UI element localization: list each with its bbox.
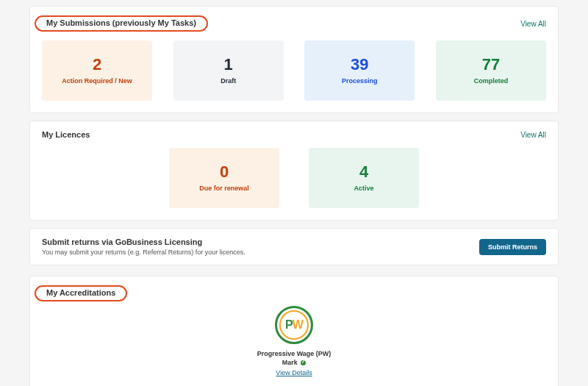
licences-header: My Licences View All — [42, 130, 546, 139]
submissions-tiles: 2 Action Required / New 1 Draft 39 Proce… — [42, 40, 546, 101]
tile-count: 1 — [224, 57, 233, 73]
accreditations-panel: My Accreditations PW Progressive Wage (P… — [29, 276, 559, 386]
pw-badge-text: PW — [285, 318, 303, 332]
submissions-header: My Submissions (previously My Tasks) Vie… — [42, 15, 546, 32]
view-details-link[interactable]: View Details — [276, 369, 312, 376]
tile-label: Draft — [220, 77, 236, 85]
tile-action-required[interactable]: 2 Action Required / New — [42, 40, 152, 101]
tile-count: 2 — [93, 57, 101, 73]
accreditation-name: Progressive Wage (PW) Mark — [257, 350, 331, 367]
tile-count: 0 — [220, 164, 229, 180]
tile-due-renewal[interactable]: 0 Due for renewal — [169, 148, 279, 208]
licences-tiles: 0 Due for renewal 4 Active — [42, 148, 546, 208]
tile-label: Due for renewal — [199, 185, 249, 193]
pw-mark-badge-icon: PW — [275, 306, 313, 344]
tile-label: Active — [354, 185, 373, 193]
accreditation-item: PW Progressive Wage (PW) Mark View Detai… — [42, 306, 546, 376]
submissions-view-all-link[interactable]: View All — [520, 20, 546, 28]
tile-count: 77 — [482, 57, 500, 73]
returns-title: Submit returns via GoBusiness Licensing — [42, 237, 245, 246]
licences-view-all-link[interactable]: View All — [520, 131, 546, 139]
submit-returns-button[interactable]: Submit Returns — [479, 239, 546, 255]
licences-panel: My Licences View All 0 Due for renewal 4… — [29, 121, 559, 221]
accreditations-title: My Accreditations — [46, 288, 115, 297]
submissions-panel: My Submissions (previously My Tasks) Vie… — [29, 6, 559, 113]
verified-icon — [301, 360, 306, 365]
licences-title: My Licences — [42, 130, 90, 139]
tile-count: 39 — [351, 57, 368, 73]
returns-subtitle: You may submit your returns (e.g. Referr… — [42, 249, 245, 256]
tile-count: 4 — [359, 164, 368, 180]
tile-label: Processing — [342, 77, 378, 85]
highlight-oval-accreditations: My Accreditations — [35, 285, 127, 301]
returns-text: Submit returns via GoBusiness Licensing … — [42, 237, 245, 256]
highlight-oval-submissions: My Submissions (previously My Tasks) — [35, 15, 208, 32]
tile-label: Action Required / New — [62, 77, 132, 85]
submissions-title: My Submissions (previously My Tasks) — [46, 18, 196, 27]
tile-completed[interactable]: 77 Completed — [436, 40, 546, 101]
tile-processing[interactable]: 39 Processing — [304, 40, 415, 101]
tile-draft[interactable]: 1 Draft — [173, 40, 284, 101]
tile-active[interactable]: 4 Active — [309, 148, 419, 208]
tile-label: Completed — [474, 77, 509, 85]
returns-panel: Submit returns via GoBusiness Licensing … — [29, 228, 559, 265]
